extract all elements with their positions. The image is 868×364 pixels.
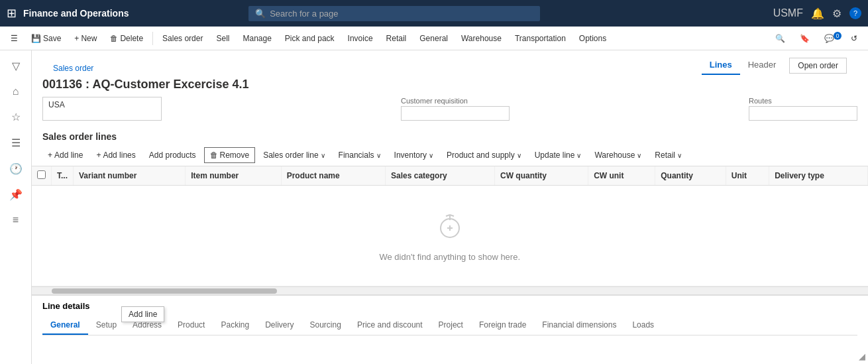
resize-icon: ◢: [859, 351, 865, 361]
sidebar-home-icon[interactable]: ⌂: [9, 82, 23, 101]
line-tab-project[interactable]: Project: [431, 316, 471, 335]
top-nav-right: USMF 🔔 ⚙ ?: [773, 7, 861, 20]
sell-menu[interactable]: Sell: [211, 32, 235, 45]
col-check: [32, 166, 52, 186]
manage-menu[interactable]: Manage: [237, 32, 276, 45]
col-variant: Variant number: [74, 166, 186, 186]
sales-order-menu[interactable]: Sales order: [157, 32, 208, 45]
col-category: Sales category: [386, 166, 495, 186]
line-tab-packing[interactable]: Packing: [213, 316, 257, 335]
sidebar-clock-icon[interactable]: 🕐: [5, 158, 27, 179]
usa-value: USA: [42, 97, 162, 121]
bell-icon[interactable]: 🔔: [811, 7, 824, 20]
add-products-button[interactable]: Add products: [144, 148, 201, 162]
sidebar-pin-icon[interactable]: 📌: [5, 184, 27, 205]
main-toolbar: ☰ 💾 Save + New 🗑 Delete Sales order Sell…: [0, 27, 868, 50]
financials-dropdown[interactable]: Financials ∨: [333, 148, 386, 162]
page-title: 001136 : AQ-Customer Excercise 4.1: [32, 75, 868, 97]
table-container: T... Variant number Item number Product …: [32, 166, 868, 286]
line-tab-foreign-trade[interactable]: Foreign trade: [471, 316, 534, 335]
breadcrumb[interactable]: Sales order: [42, 58, 104, 73]
add-line-tooltip: Add line: [121, 306, 164, 322]
empty-state: We didn't find anything to show here.: [32, 186, 868, 286]
line-tab-general[interactable]: General: [42, 316, 88, 335]
remove-icon: 🗑: [210, 151, 218, 160]
customer-requisition-field: Customer requisition: [401, 97, 510, 121]
add-line-button[interactable]: + Add line: [42, 148, 88, 162]
sales-order-line-chevron: ∨: [321, 152, 325, 159]
retail-menu[interactable]: Retail: [381, 32, 412, 45]
line-tab-setup[interactable]: Setup: [88, 316, 125, 335]
select-all-checkbox[interactable]: [37, 170, 46, 179]
col-product: Product name: [281, 166, 385, 186]
sidebar-star-icon[interactable]: ☆: [7, 107, 25, 127]
save-button[interactable]: 💾 Save: [26, 32, 66, 45]
sidebar-filter-icon[interactable]: ▽: [8, 56, 24, 76]
routes-input[interactable]: [749, 106, 857, 121]
col-delivery: Delivery type: [769, 166, 868, 186]
bookmark-button[interactable]: 🔖: [794, 32, 815, 45]
line-tab-financial-dimensions[interactable]: Financial dimensions: [534, 316, 624, 335]
search-icon: 🔍: [255, 9, 266, 19]
remove-button[interactable]: 🗑 Remove: [204, 147, 256, 163]
lines-toolbar: + Add line + Add lines Add products 🗑 Re…: [32, 145, 868, 166]
resize-handle[interactable]: ◢: [856, 349, 868, 364]
notification-button[interactable]: 💬0: [819, 32, 841, 45]
warehouse-lines-dropdown[interactable]: Warehouse ∨: [589, 148, 647, 162]
delete-button[interactable]: 🗑 Delete: [105, 32, 148, 45]
search-bar: 🔍: [248, 6, 540, 21]
search-input[interactable]: [270, 9, 533, 19]
page-tabs: Lines Header Open order: [702, 56, 857, 75]
transportation-menu[interactable]: Transportation: [510, 32, 571, 45]
open-order-button[interactable]: Open order: [789, 58, 847, 74]
financials-chevron: ∨: [376, 152, 381, 159]
update-line-dropdown[interactable]: Update line ∨: [529, 148, 587, 162]
line-tab-delivery[interactable]: Delivery: [257, 316, 301, 335]
routes-label: Routes: [749, 97, 857, 105]
main-layout: ▽ ⌂ ☆ ☰ 🕐 📌 ≡ Sales order Lines Header O…: [0, 50, 868, 364]
tab-header[interactable]: Header: [740, 56, 785, 75]
user-label: USMF: [773, 7, 803, 19]
col-cw-unit: CW unit: [588, 166, 655, 186]
help-icon[interactable]: ?: [849, 7, 861, 19]
add-line-plus-icon: +: [48, 151, 52, 160]
retail-chevron: ∨: [677, 152, 682, 159]
main-content: Sales order Lines Header Open order 0011…: [32, 50, 868, 364]
section-title: Sales order lines: [32, 126, 127, 145]
new-button[interactable]: + New: [69, 32, 102, 45]
line-tab-product[interactable]: Product: [170, 316, 213, 335]
inventory-chevron: ∨: [429, 152, 433, 159]
scrollbar-thumb[interactable]: [52, 288, 277, 294]
horizontal-scrollbar[interactable]: [32, 286, 868, 294]
routes-field: Routes: [749, 97, 857, 121]
search-toolbar-button[interactable]: 🔍: [770, 32, 790, 45]
product-supply-dropdown[interactable]: Product and supply ∨: [441, 148, 527, 162]
apps-icon[interactable]: ⊞: [7, 6, 17, 21]
options-menu[interactable]: Options: [574, 32, 612, 45]
line-tab-sourcing[interactable]: Sourcing: [302, 316, 349, 335]
warehouse-menu[interactable]: Warehouse: [456, 32, 507, 45]
sidebar: ▽ ⌂ ☆ ☰ 🕐 📌 ≡: [0, 50, 32, 364]
delete-icon: 🗑: [110, 34, 118, 43]
sales-lines-table: T... Variant number Item number Product …: [32, 166, 868, 286]
line-tab-loads[interactable]: Loads: [624, 316, 662, 335]
col-unit: Unit: [726, 166, 769, 186]
retail-lines-dropdown[interactable]: Retail ∨: [649, 148, 687, 162]
sidebar-menu-icon[interactable]: ☰: [7, 133, 25, 153]
general-menu[interactable]: General: [414, 32, 453, 45]
inventory-dropdown[interactable]: Inventory ∨: [389, 148, 439, 162]
sales-order-line-dropdown[interactable]: Sales order line ∨: [258, 148, 330, 162]
empty-message: We didn't find anything to show here.: [57, 252, 843, 262]
settings-icon[interactable]: ⚙: [832, 7, 841, 20]
refresh-button[interactable]: ↺: [845, 32, 863, 45]
add-lines-button[interactable]: + Add lines: [91, 148, 140, 162]
customer-requisition-input[interactable]: [401, 106, 510, 121]
sidebar-list-icon[interactable]: ≡: [9, 210, 23, 230]
usa-field: USA: [42, 97, 162, 121]
line-details-title: Line details: [42, 301, 857, 311]
line-tab-price-discount[interactable]: Price and discount: [349, 316, 431, 335]
tab-lines[interactable]: Lines: [702, 56, 740, 75]
menu-toggle-button[interactable]: ☰: [5, 32, 23, 45]
invoice-menu[interactable]: Invoice: [343, 32, 378, 45]
pick-and-pack-menu[interactable]: Pick and pack: [280, 32, 340, 45]
